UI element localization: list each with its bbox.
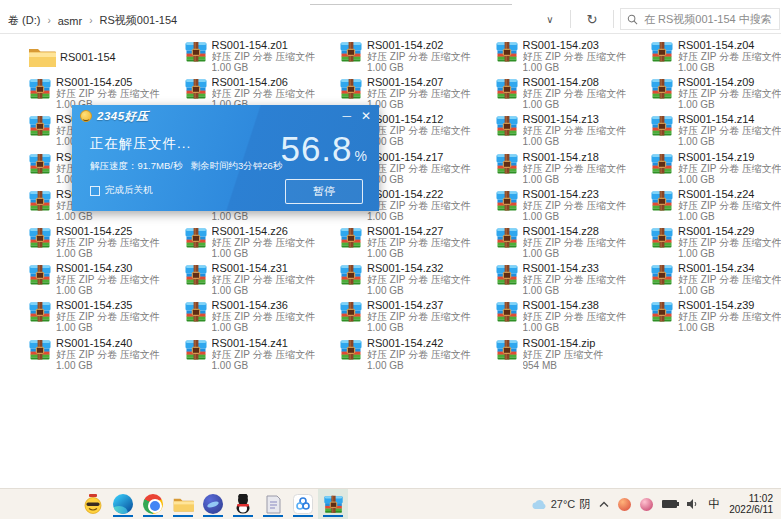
file-name: RS001-154.z18 [523,151,627,163]
file-item[interactable]: RS001-154.z26 好压 ZIP 分卷 压缩文件 1.00 GB [184,224,340,261]
file-item[interactable]: RS001-154.z08 好压 ZIP 分卷 压缩文件 1.00 GB [495,75,651,112]
haozip-archive-icon [339,77,363,101]
breadcrumb-drive[interactable]: 卷 (D:) [8,13,40,28]
haozip-archive-icon [495,226,519,250]
file-item[interactable]: RS001-154.z28 好压 ZIP 分卷 压缩文件 1.00 GB [495,224,651,261]
pause-button[interactable]: 暂停 [285,179,363,204]
file-item[interactable]: RS001-154.z09 好压 ZIP 分卷 压缩文件 1.00 GB [650,75,781,112]
file-name: RS001-154.z06 [212,76,316,88]
file-item[interactable]: RS001-154.z35 好压 ZIP 分卷 压缩文件 1.00 GB [28,298,184,335]
file-item[interactable]: RS001-154.z32 好压 ZIP 分卷 压缩文件 1.00 GB [339,261,495,298]
tray-expand-chevron-icon[interactable] [599,501,609,508]
breadcrumb-separator: › [89,15,92,26]
taskbar-chrome-icon[interactable] [138,489,168,519]
progress-percent: 56.8 % [280,129,367,169]
file-size: 1.00 GB [523,285,627,296]
taskbar-qq-icon[interactable] [228,489,258,519]
shutdown-after-option[interactable]: 完成后关机 [90,184,153,197]
file-type: 好压 ZIP 分卷 压缩文件 [678,237,781,248]
search-placeholder: 在 RS视频001-154 中搜索 [644,12,772,27]
file-item[interactable]: RS001-154 [28,38,184,75]
refresh-icon[interactable]: ↻ [577,12,607,27]
breadcrumb[interactable]: 卷 (D:) › asmr › RS视频001-154 [8,13,177,28]
taskbar-haozip-icon[interactable] [318,489,348,519]
file-item[interactable]: RS001-154.z36 好压 ZIP 分卷 压缩文件 1.00 GB [184,298,340,335]
haozip-archive-icon [495,77,519,101]
file-item[interactable]: RS001-154.z03 好压 ZIP 分卷 压缩文件 1.00 GB [495,38,651,75]
address-dropdown-chevron-icon[interactable]: ∨ [536,14,564,25]
haozip-archive-icon [495,152,519,176]
file-name: RS001-154.zip [523,337,604,349]
breadcrumb-folder-asmr[interactable]: asmr [58,15,82,27]
breadcrumb-folder-current[interactable]: RS视频001-154 [100,13,178,28]
system-tray: 27°C 阴 中 11:02 2022/6/11 [531,489,781,519]
file-item[interactable]: RS001-154.z19 好压 ZIP 分卷 压缩文件 1.00 GB [650,150,781,187]
dialog-titlebar[interactable]: 2345好压 ─ ✕ [72,105,379,127]
file-item[interactable]: RS001-154.z23 好压 ZIP 分卷 压缩文件 1.00 GB [495,187,651,224]
file-item[interactable]: RS001-154.z30 好压 ZIP 分卷 压缩文件 1.00 GB [28,261,184,298]
speaker-icon[interactable] [686,498,699,510]
file-item[interactable]: RS001-154.zip 好压 ZIP 压缩文件 954 MB [495,336,651,373]
file-type: 好压 ZIP 分卷 压缩文件 [523,200,627,211]
file-type: 好压 ZIP 分卷 压缩文件 [56,349,160,360]
file-item[interactable]: RS001-154.z40 好压 ZIP 分卷 压缩文件 1.00 GB [28,336,184,373]
file-name: RS001-154.z31 [212,262,316,274]
haozip-archive-icon [28,114,52,138]
progress-percent-unit: % [355,148,367,164]
haozip-archive-icon [28,152,52,176]
file-item[interactable]: RS001-154.z27 好压 ZIP 分卷 压缩文件 1.00 GB [339,224,495,261]
haozip-archive-icon [184,300,208,324]
file-type: 好压 ZIP 分卷 压缩文件 [367,311,471,322]
file-name: RS001-154.z30 [56,262,160,274]
file-item[interactable]: RS001-154.z25 好压 ZIP 分卷 压缩文件 1.00 GB [28,224,184,261]
tray-qq-avatar-1[interactable] [618,498,631,511]
file-size: 1.00 GB [678,322,781,333]
file-item[interactable]: RS001-154.z14 好压 ZIP 分卷 压缩文件 1.00 GB [650,112,781,149]
file-item[interactable]: RS001-154.z37 好压 ZIP 分卷 压缩文件 1.00 GB [339,298,495,335]
explorer-header: 卷 (D:) › asmr › RS视频001-154 ∨ ↻ 在 RS视频00… [0,0,781,34]
file-item[interactable]: RS001-154.z24 好压 ZIP 分卷 压缩文件 1.00 GB [650,187,781,224]
taskbar-blue-circle-app-icon[interactable] [198,489,228,519]
shutdown-checkbox[interactable] [90,186,100,196]
taskbar: 27°C 阴 中 11:02 2022/6/11 [0,488,781,519]
file-type: 好压 ZIP 分卷 压缩文件 [678,125,781,136]
taskbar-cloud-drive-icon[interactable] [288,489,318,519]
taskbar-notepad-icon[interactable] [258,489,288,519]
file-item[interactable]: RS001-154.z33 好压 ZIP 分卷 压缩文件 1.00 GB [495,261,651,298]
dialog-minimize-button[interactable]: ─ [342,110,351,122]
file-item[interactable]: RS001-154.z38 好压 ZIP 分卷 压缩文件 1.00 GB [495,298,651,335]
search-input[interactable]: 在 RS视频001-154 中搜索 [620,8,780,30]
file-type: 好压 ZIP 分卷 压缩文件 [367,200,471,211]
tray-qq-avatar-2[interactable] [640,498,653,511]
file-item[interactable]: RS001-154.z29 好压 ZIP 分卷 压缩文件 1.00 GB [650,224,781,261]
file-item[interactable]: RS001-154.z13 好压 ZIP 分卷 压缩文件 1.00 GB [495,112,651,149]
clock-widget[interactable]: 11:02 2022/6/11 [729,493,773,515]
haozip-archive-icon [339,40,363,64]
file-name: RS001-154.z37 [367,299,471,311]
file-item[interactable]: RS001-154.z04 好压 ZIP 分卷 压缩文件 1.00 GB [650,38,781,75]
haozip-archive-icon [28,300,52,324]
ime-indicator[interactable]: 中 [708,496,720,513]
weather-widget[interactable]: 27°C 阴 [531,497,591,512]
file-item[interactable]: RS001-154.z18 好压 ZIP 分卷 压缩文件 1.00 GB [495,150,651,187]
file-item[interactable]: RS001-154.z02 好压 ZIP 分卷 压缩文件 1.00 GB [339,38,495,75]
file-item[interactable]: RS001-154.z42 好压 ZIP 分卷 压缩文件 1.00 GB [339,336,495,373]
taskbar-file-explorer-icon[interactable] [168,489,198,519]
file-type: 好压 ZIP 分卷 压缩文件 [523,237,627,248]
file-item[interactable]: RS001-154.z39 好压 ZIP 分卷 压缩文件 1.00 GB [650,298,781,335]
taskbar-2345-smiley-icon[interactable] [78,489,108,519]
file-name: RS001-154.z24 [678,188,781,200]
battery-icon[interactable] [662,500,677,508]
file-name: RS001-154.z03 [523,39,627,51]
dialog-close-button[interactable]: ✕ [361,110,371,122]
file-item[interactable]: RS001-154.z31 好压 ZIP 分卷 压缩文件 1.00 GB [184,261,340,298]
file-name: RS001-154.z38 [523,299,627,311]
file-name: RS001-154.z39 [678,299,781,311]
file-type: 好压 ZIP 分卷 压缩文件 [212,88,316,99]
file-size: 1.00 GB [678,285,781,296]
file-item[interactable]: RS001-154.z41 好压 ZIP 分卷 压缩文件 1.00 GB [184,336,340,373]
haozip-archive-icon [28,226,52,250]
file-item[interactable]: RS001-154.z01 好压 ZIP 分卷 压缩文件 1.00 GB [184,38,340,75]
taskbar-edge-icon[interactable] [108,489,138,519]
file-item[interactable]: RS001-154.z34 好压 ZIP 分卷 压缩文件 1.00 GB [650,261,781,298]
